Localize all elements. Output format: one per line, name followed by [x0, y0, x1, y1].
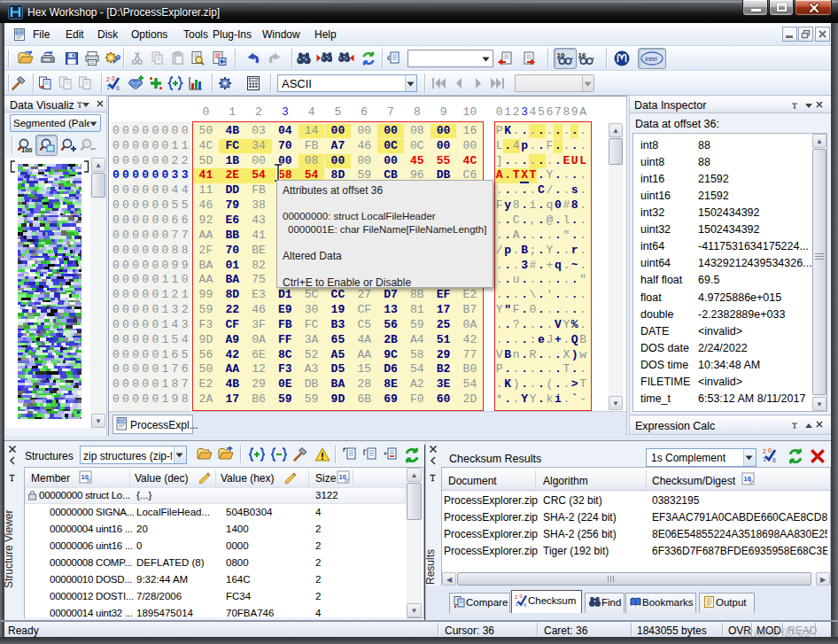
svg-text:6: 6 — [772, 457, 776, 463]
svg-text:0: 0 — [112, 75, 115, 81]
svg-text:2: 2 — [763, 448, 766, 454]
svg-text:100: 100 — [21, 146, 33, 153]
svg-text:2: 2 — [106, 76, 110, 82]
svg-text:16: 16 — [744, 475, 751, 483]
svg-text:intel: intel — [645, 55, 657, 63]
svg-text:6: 6 — [524, 602, 527, 607]
svg-text:10: 10 — [339, 473, 346, 481]
svg-text:0: 0 — [520, 594, 524, 599]
svg-text:10: 10 — [81, 473, 89, 481]
svg-text:0: 0 — [768, 447, 772, 454]
svg-text:2: 2 — [515, 594, 518, 600]
svg-text:6: 6 — [116, 85, 120, 91]
